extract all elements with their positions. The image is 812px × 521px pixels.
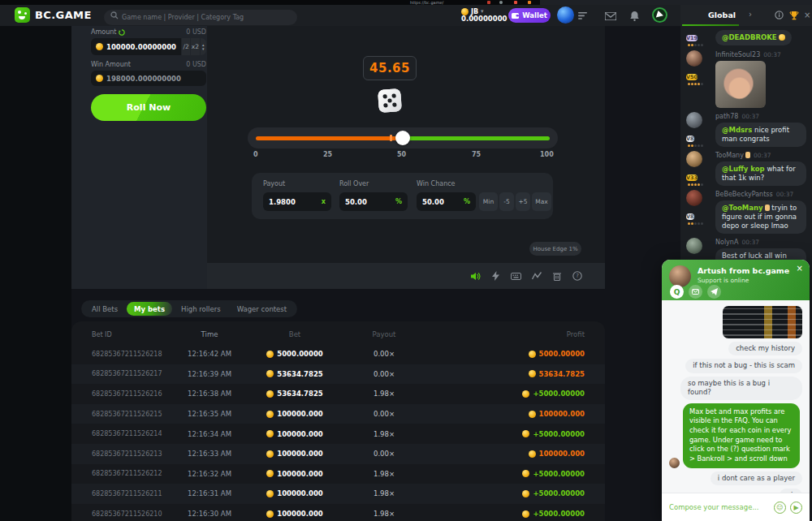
chat-bubble[interactable]: @DEADBROKE: [715, 30, 792, 45]
slider-knob[interactable]: [395, 131, 410, 145]
avatar[interactable]: [686, 112, 702, 128]
attachment-image-bets-screenshot[interactable]: [723, 306, 802, 338]
roll-now-button[interactable]: Roll Now: [91, 94, 206, 121]
tab-wager-contest[interactable]: Wager contest: [230, 302, 294, 316]
support-agent-avatar: [669, 265, 691, 287]
tab-all-bets[interactable]: All Bets: [84, 302, 125, 316]
table-row[interactable]: 68285367211526212 12:16:32 AM 100000.000…: [92, 464, 585, 484]
coin-icon: [529, 370, 536, 377]
bet-payout: 1.98×: [343, 510, 425, 518]
trash-icon[interactable]: [551, 271, 562, 282]
extension-icon[interactable]: [514, 1, 517, 4]
payout-input[interactable]: 1.9800x: [263, 192, 331, 211]
chat-username[interactable]: TooMany: [715, 152, 744, 159]
percent-unit: %: [395, 198, 402, 205]
avatar[interactable]: [686, 238, 702, 254]
chat-username[interactable]: path78: [715, 113, 738, 120]
col-profit: Profit: [425, 330, 585, 338]
half-bet-button[interactable]: /2: [182, 38, 190, 55]
bet-time: 12:16:31 AM: [173, 489, 246, 497]
chat-tab-global[interactable]: Global: [708, 11, 736, 19]
search-input[interactable]: [104, 10, 297, 25]
bcgame-logo[interactable]: BC.GAME: [15, 7, 92, 23]
chat-time: 00:37: [763, 51, 781, 58]
table-row[interactable]: 68285367211526217 12:16:39 AM 53634.7825…: [71, 364, 605, 385]
table-row[interactable]: 68285367211526216 12:16:38 AM 53634.7825…: [92, 384, 585, 404]
tab-my-bets[interactable]: My bets: [127, 302, 172, 316]
search-bar[interactable]: [104, 7, 297, 23]
bet-amount: 100000.000: [246, 450, 343, 458]
balance-amount: 0.00000000: [461, 15, 507, 23]
bet-amount-input[interactable]: 100000.00000000: [91, 38, 181, 55]
help-icon[interactable]: ?: [572, 271, 582, 282]
bet-profit: +5000.00000: [425, 470, 585, 478]
chat-image-crying-baby[interactable]: [715, 61, 766, 108]
table-row[interactable]: 68285367211526213 12:16:33 AM 100000.000…: [71, 444, 605, 464]
user-message: i dont care as a player: [710, 471, 802, 485]
amount-stepper[interactable]: ▴▾: [201, 38, 206, 55]
support-email-icon[interactable]: [689, 285, 702, 299]
table-row[interactable]: 68285367211526214 12:16:34 AM 100000.000…: [92, 424, 585, 444]
win-chance-input[interactable]: 50.00%: [417, 192, 476, 211]
notifications-bell-icon[interactable]: [630, 11, 639, 21]
volume-icon[interactable]: [470, 271, 481, 282]
emoji-icon[interactable]: ☺: [774, 502, 786, 514]
roll-over-input[interactable]: 50.00%: [339, 192, 408, 211]
table-row[interactable]: 68285367211526218 12:16:42 AM 5000.00000…: [92, 344, 585, 364]
currency-switch-icon[interactable]: [119, 29, 125, 36]
coin-icon: [529, 411, 536, 418]
bet-payout: 0.00×: [343, 410, 425, 418]
support-close-icon[interactable]: ×: [797, 264, 803, 273]
avatar[interactable]: [686, 50, 702, 67]
extension-icon[interactable]: [499, 1, 503, 4]
hotkeys-keyboard-icon[interactable]: [511, 271, 521, 282]
send-icon[interactable]: ▶: [790, 502, 802, 514]
page-gutter: [0, 26, 71, 521]
bet-profit: +5000.00000: [425, 489, 585, 497]
avatar[interactable]: [686, 190, 702, 206]
wallet-button[interactable]: Wallet: [508, 8, 551, 23]
vip-progress-icon[interactable]: [578, 12, 587, 19]
bet-payout: 1.98×: [343, 489, 425, 497]
table-row[interactable]: 68285367211526210 12:16:30 AM 100000.000…: [92, 504, 585, 521]
chat-username[interactable]: BeBeBeckyPantss: [715, 191, 773, 198]
support-search-icon[interactable]: Q: [670, 285, 684, 299]
chat-info-icon[interactable]: [775, 11, 784, 19]
stepper-down-icon[interactable]: ▾: [202, 47, 205, 51]
extension-icon[interactable]: [487, 1, 490, 4]
chat-bubble[interactable]: @Luffy kop what for that 1k win?: [715, 161, 806, 186]
balance-display[interactable]: JB▾ 0.00000000: [461, 8, 507, 23]
table-row[interactable]: 68285367211526215 12:16:35 AM 100000.000…: [71, 404, 605, 424]
chat-username[interactable]: NolynA: [715, 239, 738, 246]
table-row[interactable]: 68285367211526211 12:16:31 AM 100000.000…: [71, 484, 605, 504]
chevron-right-icon[interactable]: ›: [749, 10, 752, 19]
chance-min-button[interactable]: Min: [479, 192, 498, 211]
user-avatar[interactable]: [557, 6, 574, 24]
roll-over-slider[interactable]: [248, 127, 558, 149]
chat-username[interactable]: InfiniteSoul23: [715, 51, 760, 58]
chat-close-icon[interactable]: ×: [804, 11, 810, 19]
bet-payout: 1.98×: [343, 390, 425, 398]
chance-max-button[interactable]: Max: [532, 192, 551, 211]
extension-icon[interactable]: [528, 1, 531, 4]
avatar[interactable]: [686, 151, 702, 167]
bonus-spin-icon[interactable]: [652, 7, 667, 23]
tab-high-rollers[interactable]: High rollers: [174, 302, 228, 316]
chat-bubble[interactable]: @Mdsrs nice profit man congrats: [715, 123, 806, 147]
chance-plus5-button[interactable]: +5: [516, 192, 530, 211]
coin-icon: [522, 470, 529, 477]
chat-bubble[interactable]: @TooMany tryin to figure out if im gonna…: [715, 200, 806, 234]
dice-game-module: Amount 0 USD 100000.00000000 /2 x2 ▴▾ Wi…: [71, 26, 605, 289]
turbo-lightning-icon[interactable]: [490, 271, 501, 282]
trophy-icon[interactable]: [789, 11, 799, 20]
support-telegram-icon[interactable]: [707, 285, 721, 299]
messages-icon[interactable]: [605, 12, 616, 20]
live-stats-icon[interactable]: [531, 271, 542, 282]
chance-minus5-button[interactable]: -5: [499, 192, 514, 211]
compose-input[interactable]: [669, 503, 770, 511]
game-parameters: Payout 1.9800x Roll Over 50.00% Win Chan…: [252, 173, 553, 219]
bet-time: 12:16:35 AM: [173, 410, 246, 418]
game-screen: 45.65 0 25 50 75 100 Payout 1.9800x: [207, 26, 605, 263]
bets-table-body: 68285367211526218 12:16:42 AM 5000.00000…: [92, 344, 585, 521]
double-bet-button[interactable]: x2: [191, 38, 199, 55]
